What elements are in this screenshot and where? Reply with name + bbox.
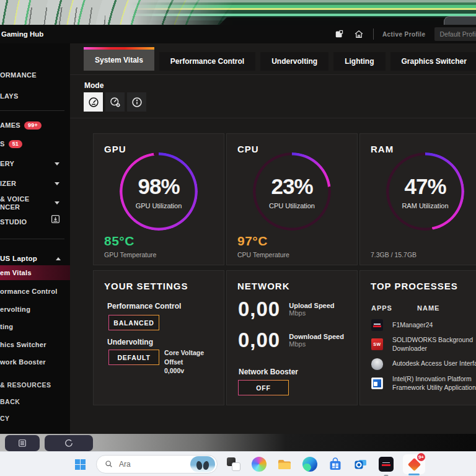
taskbar-search[interactable]	[96, 455, 218, 474]
device-label: US Laptop	[0, 255, 37, 262]
cards-grid: GPU 98% GPU Utilization 85°C GPU Tempera…	[93, 133, 476, 405]
cpu-temperature-label: CPU Temperature	[237, 251, 289, 258]
sidebar-item-label: AMES	[0, 121, 20, 129]
chevron-down-icon	[55, 162, 60, 165]
outlook-button[interactable]	[351, 455, 370, 474]
sidebar-item-replays[interactable]: LAYS	[0, 89, 70, 104]
store-icon	[328, 457, 343, 472]
sidebar-item-apps[interactable]: S51	[0, 136, 70, 151]
process-row: F1Manager24	[371, 319, 476, 331]
main-content: System Vitals Performance Control Underv…	[70, 43, 476, 434]
upload-speed-label: Upload Speed	[289, 302, 334, 309]
gpu-percent: 98%	[94, 175, 224, 198]
download-icon[interactable]	[50, 213, 61, 225]
sidebar-item-network-booster[interactable]: work Booster	[0, 355, 70, 369]
sidebar-item-performance-control[interactable]: ormance Control	[0, 284, 70, 299]
tab-performance-control[interactable]: Performance Control	[159, 52, 255, 71]
sidebar-device-header[interactable]: US Laptop	[0, 251, 70, 266]
undervolting-value-button[interactable]: DEFAULT	[108, 350, 159, 365]
sidebar-item-voice-enhancer[interactable]: & VOICE NCER	[0, 192, 70, 213]
sidebar-item-graphics-switcher[interactable]: hics Switcher	[0, 337, 70, 352]
app-header: Gaming Hub Active Profile Default Profil…	[0, 25, 476, 43]
sidebar-item-lighting[interactable]: ting	[0, 319, 70, 334]
sidebar-item-label: ORMANCE	[0, 71, 37, 79]
gpu-temperature-label: GPU Temperature	[104, 251, 156, 258]
tab-system-vitals[interactable]: System Vitals	[84, 47, 154, 71]
chevron-down-icon	[55, 182, 60, 185]
search-highlight-image[interactable]	[190, 456, 215, 472]
profile-dropdown[interactable]: Default Profile	[434, 27, 476, 41]
tab-undervolting[interactable]: Undervolting	[260, 52, 328, 71]
process-name: SOLIDWORKS Background Downloader	[392, 336, 476, 353]
active-window-indicator	[408, 474, 420, 475]
solidworks-icon: SW	[371, 338, 383, 350]
divider	[70, 74, 476, 75]
sidebar-item-studio[interactable]: STUDIO	[0, 214, 70, 229]
process-name: F1Manager24	[392, 321, 476, 330]
card-title: YOUR SETTINGS	[104, 281, 188, 291]
sidebar-item-label: NCER	[0, 203, 20, 211]
tab-bar: System Vitals Performance Control Underv…	[84, 47, 476, 71]
core-voltage-offset-note: Core Voltage Offset 0,000v	[164, 348, 214, 376]
sidebar-item-label: ervolting	[0, 306, 30, 313]
performance-control-label: Performance Control	[107, 302, 181, 311]
process-name: Intel(R) Innovation Platform Framework U…	[392, 375, 476, 392]
gaming-hub-window: Gaming Hub Active Profile Default Profil…	[0, 25, 476, 434]
info-mode-button[interactable]	[127, 92, 146, 112]
your-settings-card: YOUR SETTINGS Performance Control BALANC…	[93, 270, 224, 405]
start-button[interactable]	[71, 455, 89, 474]
task-view-icon	[227, 457, 240, 471]
apps-count-badge: 51	[9, 140, 22, 148]
sidebar-item-feedback[interactable]: BACK	[0, 394, 70, 409]
windows-logo-icon	[75, 459, 86, 470]
sidebar-item-system-vitals[interactable]: em Vitals	[0, 265, 70, 280]
sidebar-item-label: ting	[0, 323, 13, 330]
sidebar-item-label: S	[0, 140, 5, 148]
sidebar-item-label: ERY	[0, 160, 14, 167]
ram-percent: 47%	[360, 175, 476, 198]
sidebar-item-games[interactable]: AMES99+	[0, 118, 70, 133]
network-booster-toggle-button[interactable]: OFF	[238, 380, 289, 395]
edge-button[interactable]	[301, 455, 319, 474]
copilot-button[interactable]	[250, 455, 268, 474]
wallpaper-ticks	[25, 7, 105, 26]
notification-app-button[interactable]: 9+	[402, 455, 426, 474]
mode-buttons	[84, 92, 476, 112]
ram-utilization-label: RAM Utilization	[360, 202, 476, 209]
overlay-icon[interactable]	[333, 29, 345, 40]
file-explorer-button[interactable]	[275, 455, 294, 474]
sidebar-item-label: LAYS	[0, 92, 19, 100]
list-button[interactable]	[5, 435, 40, 451]
sidebar-item-optimizer[interactable]: IZER	[0, 176, 70, 191]
sidebar-item-help-resources[interactable]: & RESOURCES	[0, 377, 70, 392]
home-icon[interactable]	[353, 29, 364, 40]
tab-lighting[interactable]: Lighting	[333, 52, 385, 71]
chevron-up-icon	[56, 257, 61, 260]
sidebar-item-undervolting[interactable]: ervolting	[0, 302, 70, 317]
refresh-button[interactable]	[45, 435, 93, 451]
gauge-gear-mode-button[interactable]	[105, 92, 125, 112]
divider	[70, 118, 476, 118]
apps-column-header: APPS	[371, 304, 392, 312]
sidebar-item-performance[interactable]: ORMANCE	[0, 68, 70, 82]
sidebar: ORMANCE LAYS AMES99+ S51 ERY IZER & VOIC…	[0, 43, 70, 434]
upload-speed-unit: Mbps	[289, 309, 334, 317]
desktop-wallpaper	[0, 0, 476, 26]
cpu-utilization-label: CPU Utilization	[227, 202, 357, 209]
task-view-button[interactable]	[224, 455, 243, 474]
taskbar: 9+	[0, 451, 476, 476]
autodesk-icon	[371, 358, 383, 370]
performance-control-value-button[interactable]: BALANCED	[108, 315, 159, 330]
gpu-temperature-value: 85°C	[104, 234, 134, 249]
gauge-mode-button[interactable]	[84, 92, 103, 112]
f1-manager-taskbar-button[interactable]	[377, 455, 395, 474]
search-input[interactable]	[119, 460, 185, 469]
sidebar-item-gallery[interactable]: ERY	[0, 156, 70, 171]
games-count-badge: 99+	[24, 121, 42, 130]
upload-speed-value: 0,00	[238, 298, 280, 320]
card-title: RAM	[371, 144, 394, 154]
microsoft-store-button[interactable]	[326, 455, 345, 474]
sidebar-item-privacy[interactable]: CY	[0, 411, 70, 426]
tab-graphics-switcher[interactable]: Graphics Switcher	[390, 52, 476, 71]
network-card: NETWORK 0,00 Upload Speed Mbps 0,00 Down…	[226, 270, 358, 405]
